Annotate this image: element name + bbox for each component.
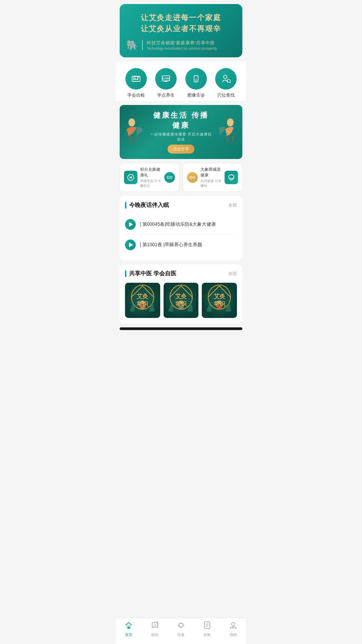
banner-title: 健康生活 传播健康	[149, 110, 213, 130]
acupoint-icon	[215, 68, 237, 90]
content-card-2[interactable]: 艾灸常识	[164, 283, 199, 318]
sleep-section-more[interactable]: 全部	[228, 202, 237, 208]
audio-title-2: | 第1001夜 |早睡养心养生养颜	[140, 242, 202, 248]
knowledge-section-header: 共享中医 学会自医 全部	[125, 270, 237, 277]
hero-subtitle-cn: 科技艾灸赋能'家庭康养'共享中医	[147, 40, 217, 46]
quick-label-acupoint: 穴位查找	[217, 92, 235, 98]
banner-share-button[interactable]: 点击分享	[168, 145, 194, 154]
promo-icon-mall	[225, 171, 238, 184]
quick-item-self-check[interactable]: 学会自检	[125, 68, 147, 98]
promo-go-points[interactable]: GO	[164, 172, 175, 183]
health-banner[interactable]: 健康生活 传播健康 一起传播健康传播爱 开启大健康轻创业 点击分享	[120, 105, 242, 159]
banner-figure-left	[125, 117, 147, 147]
card-title-3: 艾灸常识	[214, 292, 225, 309]
svg-point-9	[224, 75, 227, 78]
banner-content: 健康生活 传播健康 一起传播健康传播爱 开启大健康轻创业 点击分享	[147, 110, 215, 154]
promo-icon-points	[124, 171, 137, 184]
play-button-2[interactable]	[125, 239, 136, 250]
banner-figure-right	[215, 117, 237, 147]
knowledge-section-title: 共享中医 学会自医	[125, 270, 176, 277]
health-learn-icon: LIVE	[155, 68, 177, 90]
sleep-section: 今晚夜话伴入眠 全部 | 第00045条|吃睡动乐防&大象大健康 | 第1001…	[120, 196, 242, 260]
card-title-2: 艾灸常识	[175, 292, 187, 309]
play-triangle-2	[129, 243, 133, 247]
audio-title-1: | 第00045条|吃睡动乐防&大象大健康	[140, 221, 216, 227]
self-check-icon	[125, 68, 147, 90]
hero-banner: 让艾灸走进每一个家庭 让艾灸从业者不再艰辛 🐘 科技艾灸赋能'家庭康养'共享中医…	[120, 4, 242, 57]
hero-subtitle-en: Technology moxibustion for common prospe…	[147, 47, 217, 50]
card-title-1: 艾灸常识	[137, 292, 148, 309]
svg-text:LIVE: LIVE	[163, 77, 169, 80]
hero-title: 让艾灸走进每一个家庭 让艾灸从业者不再艰辛	[126, 12, 236, 34]
audio-item-2[interactable]: | 第1001夜 |早睡养心养生养颜	[125, 234, 237, 255]
knowledge-section-more[interactable]: 全部	[228, 271, 237, 277]
content-card-3[interactable]: 艾灸常识	[202, 283, 237, 318]
svg-line-11	[230, 82, 231, 83]
quick-label-tongue-diag: 图像舌诊	[187, 92, 205, 98]
sleep-section-header: 今晚夜话伴入眠 全部	[125, 201, 237, 209]
play-button-1[interactable]	[125, 219, 136, 230]
svg-point-13	[227, 118, 234, 126]
svg-point-12	[128, 118, 135, 126]
play-triangle-1	[129, 222, 133, 227]
section-bar-sleep	[125, 202, 126, 209]
content-card-1[interactable]: 艾灸常识	[125, 283, 160, 318]
promo-row: 积分兑换健康礼 早睡早起 打卡赚积分 GO GO 大象商城选健康 自用省钱 分享…	[120, 163, 242, 192]
black-bar	[120, 327, 242, 330]
quick-label-health-learn: 学点养生	[157, 92, 175, 98]
promo-go-mall-left[interactable]: GO	[187, 172, 198, 183]
sleep-section-title: 今晚夜话伴入眠	[125, 201, 169, 209]
tongue-diag-icon	[185, 68, 207, 90]
promo-card-mall[interactable]: GO 大象商城选健康 自用省钱 分享赚钱	[183, 163, 242, 192]
promo-text-mall: 大象商城选健康 自用省钱 分享赚钱	[200, 167, 222, 188]
quick-access-row: 学会自检 LIVE 学点养生 图像舌诊	[116, 61, 246, 101]
promo-text-points: 积分兑换健康礼 早睡早起 打卡赚积分	[140, 167, 162, 188]
quick-item-acupoint[interactable]: 穴位查找	[215, 68, 237, 98]
section-bar-knowledge	[125, 270, 126, 277]
quick-label-self-check: 学会自检	[127, 92, 145, 98]
elephant-icon: 🐘	[126, 40, 138, 51]
quick-item-tongue-diag[interactable]: 图像舌诊	[185, 68, 207, 98]
quick-item-health-learn[interactable]: LIVE 学点养生	[155, 68, 177, 98]
knowledge-section: 共享中医 学会自医 全部	[120, 264, 242, 323]
audio-item-1[interactable]: | 第00045条|吃睡动乐防&大象大健康	[125, 214, 237, 234]
promo-card-points[interactable]: 积分兑换健康礼 早睡早起 打卡赚积分 GO	[120, 163, 179, 192]
banner-subtitle: 一起传播健康传播爱 开启大健康轻创业	[149, 132, 213, 142]
content-grid: 艾灸常识	[125, 283, 237, 318]
